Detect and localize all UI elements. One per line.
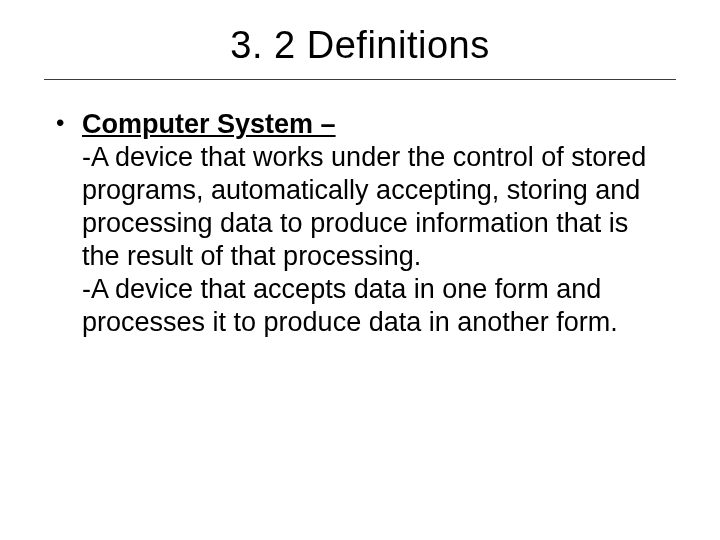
slide-title: 3. 2 Definitions (44, 18, 676, 80)
definition-line: -A device that accepts data in one form … (82, 273, 666, 339)
definition-line: -A device that works under the control o… (82, 141, 666, 273)
term-heading: Computer System – (82, 109, 336, 139)
slide: 3. 2 Definitions Computer System – -A de… (0, 0, 720, 540)
body-list: Computer System – -A device that works u… (40, 108, 680, 339)
list-item: Computer System – -A device that works u… (54, 108, 666, 339)
